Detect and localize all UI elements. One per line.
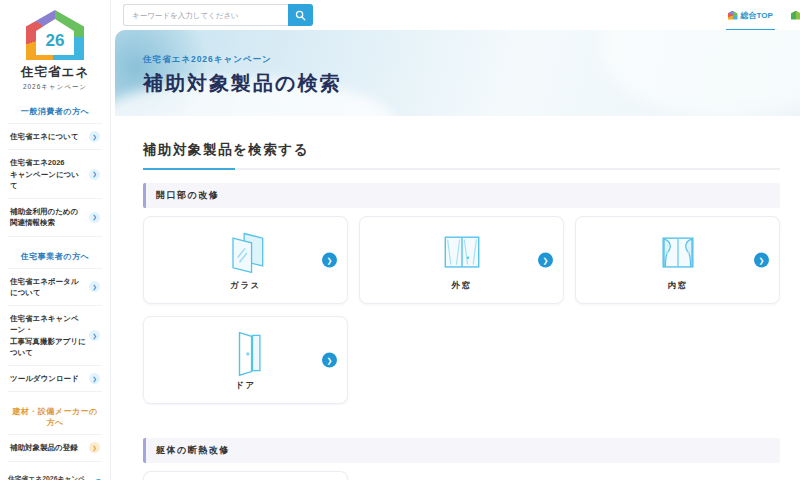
search-icon xyxy=(295,10,306,21)
section-bar-openings: 開口部の改修 xyxy=(143,183,780,208)
logo-title: 住宅省エネ xyxy=(8,64,102,81)
sidebar-item-about[interactable]: 住宅省エネについて xyxy=(8,123,102,149)
sidebar-item-tool-download[interactable]: ツールダウンロード xyxy=(8,365,102,392)
sidebar-item-portal[interactable]: 住宅省エネポータルについて xyxy=(8,268,102,306)
chevron-right-icon xyxy=(89,281,100,292)
campaign-house-icon xyxy=(728,11,738,20)
sidebar-header-businesses: 住宅事業者の方へ xyxy=(8,243,102,268)
breadcrumb-campaign: 住宅省エネ2026キャンペーン xyxy=(143,54,800,66)
product-card-grid-row2: ドア xyxy=(143,316,780,404)
sidebar-item-campaign2026[interactable]: 住宅省エネ2026 キャンペーンについて xyxy=(8,149,102,198)
search-button[interactable] xyxy=(288,4,313,26)
logo-year-number: 26 xyxy=(46,23,65,51)
card-glass[interactable]: ガラス xyxy=(143,216,348,304)
chevron-right-icon xyxy=(89,330,100,341)
chevron-right-icon xyxy=(322,353,337,368)
chevron-right-icon xyxy=(89,212,100,223)
chevron-right-icon xyxy=(89,373,100,384)
sidebar-group-makers: 建材・設備メーカーの方へ 補助対象製品の登録 xyxy=(8,398,102,461)
product-card-grid: ガラス 外窓 xyxy=(143,216,780,304)
chevron-right-icon xyxy=(89,169,100,180)
content-area: 補助対象製品を検索する 開口部の改修 ガラス xyxy=(111,116,800,480)
door-icon xyxy=(218,327,274,379)
chevron-right-icon xyxy=(89,131,100,142)
chevron-right-icon xyxy=(538,253,553,268)
sidebar-header-makers: 建材・設備メーカーの方へ xyxy=(8,398,102,434)
chevron-right-icon xyxy=(89,442,100,453)
search-input[interactable] xyxy=(123,4,288,26)
sidebar-group-consumers: 一般消費者の方へ 住宅省エネについて 住宅省エネ2026 キャンペーンについて … xyxy=(8,98,102,237)
nav-cutoff-link[interactable]: み xyxy=(789,1,800,30)
app-root: 26 住宅省エネ 2026キャンペーン 一般消費者の方へ 住宅省エネについて 住… xyxy=(0,0,800,480)
chevron-right-icon xyxy=(322,253,337,268)
search-box xyxy=(123,4,313,26)
glass-icon xyxy=(218,227,274,279)
nav-general-top[interactable]: 総合TOP xyxy=(726,1,775,30)
sidebar-campaign-top-link[interactable]: 住宅省エネ2026キャンペーンTOP xyxy=(8,474,102,480)
page-title: 補助対象製品の検索 xyxy=(143,70,800,97)
section-bar-insulation: 躯体の断熱改修 xyxy=(143,438,780,463)
chevron-right-icon xyxy=(754,253,769,268)
sidebar-item-photo-app[interactable]: 住宅省エネキャンペーン・ 工事写真撮影アプリについて xyxy=(8,305,102,365)
sidebar-item-product-registration[interactable]: 補助対象製品の登録 xyxy=(8,434,102,461)
section-heading: 補助対象製品を検索する xyxy=(143,141,780,159)
heading-underline xyxy=(143,168,780,170)
logo-subtitle: 2026キャンペーン xyxy=(8,83,102,92)
inner-window-icon xyxy=(650,227,706,279)
sidebar-group-businesses: 住宅事業者の方へ 住宅省エネポータルについて 住宅省エネキャンペーン・ 工事写真… xyxy=(8,243,102,393)
green-house-icon xyxy=(791,11,800,20)
top-bar: 総合TOP み xyxy=(111,0,800,30)
sidebar-item-subsidy-info[interactable]: 補助金利用のための 関連情報検索 xyxy=(8,198,102,237)
campaign-logo[interactable]: 26 住宅省エネ 2026キャンペーン xyxy=(8,8,102,92)
card-door[interactable]: ドア xyxy=(143,316,348,404)
outer-window-icon xyxy=(434,227,490,279)
logo-house-icon: 26 xyxy=(26,10,84,60)
hero-banner: 住宅省エネ2026キャンペーン 補助対象製品の検索 xyxy=(115,30,800,116)
card-inner-window[interactable]: 内窓 xyxy=(575,216,780,304)
card-partial[interactable] xyxy=(143,471,348,480)
main-area: 総合TOP み 住宅省エネ2026キャンペーン 補助対象製品の検索 補助対象製品… xyxy=(111,0,800,480)
card-outer-window[interactable]: 外窓 xyxy=(359,216,564,304)
sidebar-header-consumers: 一般消費者の方へ xyxy=(8,98,102,123)
sidebar: 26 住宅省エネ 2026キャンペーン 一般消費者の方へ 住宅省エネについて 住… xyxy=(0,0,111,480)
top-nav: 総合TOP み xyxy=(726,1,800,30)
